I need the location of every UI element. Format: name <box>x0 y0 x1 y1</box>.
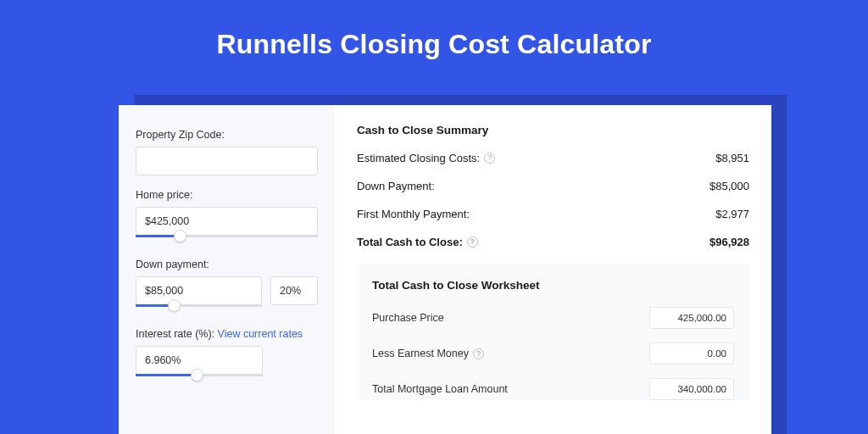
calculator-card: Property Zip Code: Home price: Down paym… <box>119 105 771 434</box>
home-price-input[interactable] <box>136 207 318 236</box>
worksheet-row-purchase-price: Purchase Price <box>372 307 734 329</box>
worksheet-input-earnest-money[interactable] <box>649 342 734 364</box>
slider-thumb[interactable] <box>174 230 186 242</box>
worksheet-title: Total Cash to Close Worksheet <box>372 279 734 292</box>
zip-label: Property Zip Code: <box>136 129 318 141</box>
interest-rate-slider[interactable] <box>136 374 263 384</box>
summary-row-down-payment: Down Payment: $85,000 <box>357 180 749 192</box>
down-payment-group: Down payment: <box>136 259 318 314</box>
summary-value: $8,951 <box>715 152 749 164</box>
summary-total-value: $96,928 <box>709 236 749 248</box>
home-price-label: Home price: <box>136 189 318 201</box>
worksheet-input-loan-amount[interactable] <box>649 378 734 400</box>
page-title: Runnells Closing Cost Calculator <box>0 0 868 82</box>
help-icon[interactable]: ? <box>473 348 484 359</box>
worksheet-row-earnest-money: Less Earnest Money ? <box>372 342 734 364</box>
slider-thumb[interactable] <box>191 369 203 381</box>
summary-title: Cash to Close Summary <box>357 124 749 136</box>
down-payment-label: Down payment: <box>136 259 318 270</box>
worksheet-panel: Total Cash to Close Worksheet Purchase P… <box>357 264 749 400</box>
interest-rate-label: Interest rate (%): View current rates <box>136 328 318 340</box>
help-icon[interactable]: ? <box>484 153 495 164</box>
input-panel: Property Zip Code: Home price: Down paym… <box>119 105 335 434</box>
down-payment-slider[interactable] <box>136 304 262 314</box>
summary-row-total: Total Cash to Close: ? $96,928 <box>357 236 749 248</box>
down-payment-input[interactable] <box>136 276 262 305</box>
interest-rate-group: Interest rate (%): View current rates <box>136 328 318 384</box>
slider-thumb[interactable] <box>168 299 181 312</box>
zip-group: Property Zip Code: <box>136 129 318 175</box>
down-payment-pct-input[interactable] <box>270 276 318 305</box>
results-panel: Cash to Close Summary Estimated Closing … <box>335 105 771 434</box>
home-price-group: Home price: <box>136 189 318 245</box>
worksheet-input-purchase-price[interactable] <box>649 307 734 329</box>
help-icon[interactable]: ? <box>467 236 478 248</box>
summary-value: $2,977 <box>715 208 749 220</box>
worksheet-row-loan-amount: Total Mortgage Loan Amount <box>372 378 734 400</box>
summary-row-first-payment: First Monthly Payment: $2,977 <box>357 208 749 220</box>
summary-row-closing-costs: Estimated Closing Costs: ? $8,951 <box>357 152 749 164</box>
zip-input[interactable] <box>136 147 318 175</box>
view-rates-link[interactable]: View current rates <box>218 328 303 340</box>
summary-value: $85,000 <box>709 180 749 192</box>
home-price-slider[interactable] <box>136 235 318 245</box>
